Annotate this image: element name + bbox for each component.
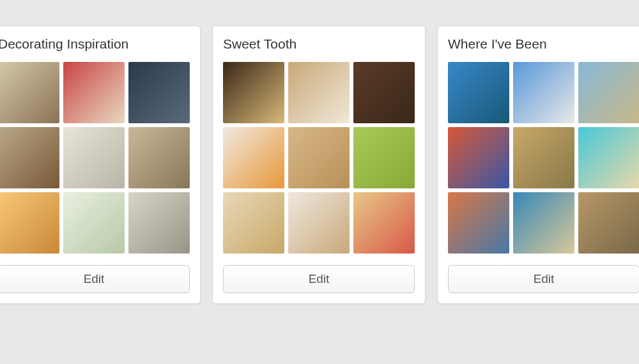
pin-thumbnail[interactable] [513,62,574,123]
board-card[interactable]: Sweet Tooth Edit [212,26,426,304]
pin-thumbnail[interactable] [223,192,284,254]
pin-thumbnail[interactable] [353,127,415,188]
thumbnail-grid [448,62,639,254]
pin-thumbnail[interactable] [0,127,59,188]
board-title: Decorating Inspiration [0,36,190,52]
pin-thumbnail[interactable] [578,62,639,123]
board-card[interactable]: Decorating Inspiration Edit [0,26,201,304]
pin-thumbnail[interactable] [288,62,350,123]
pin-thumbnail[interactable] [128,62,190,123]
thumbnail-grid [0,62,190,254]
pin-thumbnail[interactable] [288,127,350,188]
board-title: Sweet Tooth [223,36,415,52]
pin-thumbnail[interactable] [288,192,350,254]
board-card[interactable]: Where I've Been Edit [437,26,639,304]
pin-thumbnail[interactable] [63,192,125,254]
pin-thumbnail[interactable] [0,192,59,254]
pin-thumbnail[interactable] [513,192,574,254]
thumbnail-grid [223,62,415,254]
edit-button[interactable]: Edit [448,265,639,293]
pin-thumbnail[interactable] [353,62,415,123]
pin-thumbnail[interactable] [223,127,284,188]
pin-thumbnail[interactable] [448,127,509,188]
pin-thumbnail[interactable] [353,192,415,254]
pin-thumbnail[interactable] [63,62,125,123]
pin-thumbnail[interactable] [128,192,190,254]
pin-thumbnail[interactable] [223,62,284,123]
pin-thumbnail[interactable] [513,127,574,188]
pin-thumbnail[interactable] [448,192,509,254]
edit-button[interactable]: Edit [0,265,190,293]
edit-button[interactable]: Edit [223,265,415,293]
pin-thumbnail[interactable] [578,127,639,188]
board-title: Where I've Been [448,36,639,52]
pin-thumbnail[interactable] [128,127,190,188]
pin-thumbnail[interactable] [578,192,639,254]
pin-thumbnail[interactable] [0,62,59,123]
boards-container: Decorating Inspiration Edit Sweet Tooth [0,26,639,304]
pin-thumbnail[interactable] [63,127,125,188]
pin-thumbnail[interactable] [448,62,509,123]
